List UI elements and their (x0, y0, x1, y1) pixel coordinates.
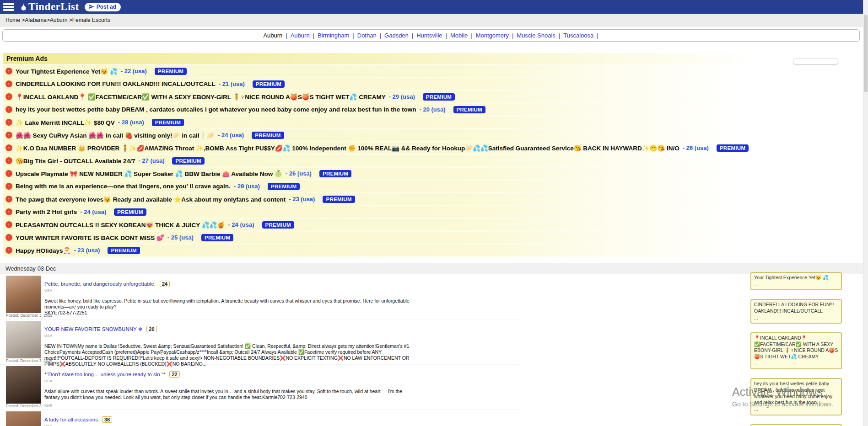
date-header: Wednesday-03-Dec (0, 263, 863, 274)
sidebar-ad-ellipsis: ... (754, 361, 838, 367)
listing-row[interactable]: A lady for all occasions 38 USA (0, 410, 519, 426)
premium-ad-row[interactable]: ↑ 📍INCALL OAKLAND📍 ✅FACETIME/CAR✅ WITH A… (3, 91, 860, 102)
city-link[interactable]: Auburn (263, 32, 282, 39)
listing-row[interactable]: *"Don't stare too long… unless you're re… (0, 365, 519, 410)
premium-ad-title[interactable]: hey its your best wettes petite baby DRE… (16, 106, 416, 113)
premium-ad-title[interactable]: The pawg that everyone loves😼 Ready and … (16, 196, 286, 203)
premium-ad-age: - 23 (usa) (289, 196, 315, 202)
premium-ad-row[interactable]: ↑ Your Tightest Experience Yet😼 💦 - 22 (… (3, 65, 860, 77)
city-link[interactable]: Muscle Shoals (517, 32, 555, 39)
premium-ad-row[interactable]: ↑ ✨ Lake Merritt INCALL✨ $80 QV - 28 (us… (3, 117, 860, 128)
premium-ad-row[interactable]: ↑ hey its your best wettes petite baby D… (3, 104, 860, 115)
breadcrumb[interactable]: Home >Alabama>Auburn >Female Escorts (5, 17, 110, 23)
city-separator: | (597, 32, 598, 39)
listing-title-link[interactable]: *"Don't stare too long… unless you're re… (44, 372, 165, 377)
page-scrollbar[interactable] (863, 0, 868, 426)
listing-row[interactable]: YOUR NEW FAVORITE SNOWBUNNY ❄ 20 USA NEW… (0, 320, 519, 365)
sidebar-ad-title[interactable]: hey its your best wettes petite baby DRE… (754, 381, 838, 406)
premium-ad-title[interactable]: 🌺🌺 Sexy CuRvy Asian 🌺🌺 in call 🍓 visitin… (16, 132, 215, 139)
premium-ad-age: - 23 (usa) (74, 247, 100, 254)
premium-badge: PREMIUM (155, 68, 187, 75)
premium-ad-row[interactable]: ↑ Party with 2 Hot girls - 24 (usa) PREM… (3, 206, 860, 218)
breadcrumb-bar: Home >Alabama>Auburn >Female Escorts (0, 14, 868, 27)
city-separator: | (412, 32, 413, 39)
city-link[interactable]: Huntsville (416, 32, 442, 39)
city-link[interactable]: Auburn (291, 32, 310, 39)
premium-badge: PREMIUM (252, 132, 284, 139)
premium-ad-row[interactable]: ↑ 😘Big Tits Girl - OUTCALL Available 24/… (3, 155, 860, 166)
listing-country: USA (44, 334, 428, 338)
listing-country: USA (44, 379, 428, 383)
premium-ad-row[interactable]: ↑ CINDERELLA LOOKING FOR FUN!!! OAKLAND!… (3, 78, 860, 90)
premium-ad-title[interactable]: YOUR WINTER FAVORITE IS BACK DONT MISS 💕 (16, 234, 164, 241)
premium-ad-title[interactable]: Upscale Playmate 🎀 NEW NUMBER 💦 Super So… (16, 170, 282, 177)
city-link[interactable]: Montgomery (476, 32, 509, 39)
post-ad-label: Post ad (97, 4, 116, 10)
hamburger-menu-icon[interactable] (3, 3, 14, 11)
premium-ad-title[interactable]: ✨K.O Daa NUMBER 👑 PROVIDER 🧍✨💋AMAZING Th… (16, 144, 679, 152)
scrollbar-thumb[interactable] (864, 15, 868, 92)
up-arrow-icon: ↑ (5, 221, 12, 228)
premium-badge: PREMIUM (268, 183, 300, 190)
city-link[interactable]: Dothan (357, 32, 377, 39)
premium-ad-row[interactable]: ↑ Happy HOlidays🎅 - 23 (usa) PREMIUM (3, 245, 860, 256)
premium-ad-row[interactable]: ↑ PLEASANTON OUTCALLS !! SEXY KOREAN😻 TH… (3, 219, 860, 230)
premium-ads-section: Premium Ads ↑ Your Tightest Experience Y… (3, 53, 860, 257)
premium-ad-age: - 24 (usa) (218, 132, 244, 138)
premium-ad-title[interactable]: PLEASANTON OUTCALLS !! SEXY KOREAN😻 THIC… (16, 221, 225, 229)
site-logo[interactable]: TinderList (20, 1, 79, 13)
premium-ad-row[interactable]: ↑ 🌺🌺 Sexy CuRvy Asian 🌺🌺 in call 🍓 visit… (3, 129, 860, 141)
premium-ad-title[interactable]: Being with me is an experience—one that … (16, 183, 231, 190)
sidebar-ad-box[interactable]: 📍INCALL OAKLAND📍 ✅FACETIME/CAR✅ WITH A S… (750, 332, 842, 369)
premium-ad-row[interactable]: ↑ The pawg that everyone loves😼 Ready an… (3, 193, 860, 205)
premium-badge: PREMIUM (172, 157, 204, 165)
sidebar-ad-title[interactable]: Your Tightest Experience Yet😼 💦 (754, 275, 838, 281)
listing-description: NEW IN TOWNMy name is Dallas !Seductive,… (44, 343, 417, 367)
listing-body: Petite, brunette, and dangerously unforg… (44, 281, 428, 316)
premium-ad-row[interactable]: ↑ ✨K.O Daa NUMBER 👑 PROVIDER 🧍✨💋AMAZING … (3, 142, 860, 154)
listing-photo[interactable] (6, 321, 41, 358)
sidebar-ad-box[interactable]: Your Tightest Experience Yet😼 💦 ... (750, 272, 842, 290)
city-separator: | (352, 32, 354, 39)
city-link[interactable]: Mobile (450, 32, 468, 39)
sidebar-ad-box[interactable]: hey its your best wettes petite baby DRE… (750, 378, 842, 415)
listing-title-link[interactable]: YOUR NEW FAVORITE SNOWBUNNY ❄ (44, 326, 142, 332)
city-link[interactable]: Gadsden (384, 32, 409, 39)
listing-photo[interactable] (6, 366, 41, 404)
listing-posted-date: Posted: December 3, 2025 (6, 404, 52, 408)
floating-scrollbar[interactable] (793, 59, 838, 64)
premium-ad-title[interactable]: Party with 2 Hot girls (16, 208, 77, 215)
premium-ad-row[interactable]: ↑ YOUR WINTER FAVORITE IS BACK DONT MISS… (3, 232, 860, 243)
post-ad-button[interactable]: Post ad (85, 3, 121, 11)
premium-ad-title[interactable]: Happy HOlidays🎅 (16, 247, 70, 254)
premium-ad-row[interactable]: ↑ Being with me is an experience—one tha… (3, 181, 860, 192)
city-link[interactable]: Tuscaloosa (563, 32, 593, 39)
listing-description: Asian allure with curves that speak loud… (44, 389, 417, 400)
premium-ad-title[interactable]: CINDERELLA LOOKING FOR FUN!!! OAKLAND!!!… (16, 80, 216, 87)
up-arrow-icon: ↑ (5, 106, 12, 113)
premium-ad-title[interactable]: 📍INCALL OAKLAND📍 ✅FACETIME/CAR✅ WITH A S… (16, 93, 386, 101)
city-separator: | (380, 32, 381, 39)
premium-ad-title[interactable]: 😘Big Tits Girl - OUTCALL Available 24/7 (16, 157, 135, 165)
premium-ad-title[interactable]: Your Tightest Experience Yet😼 💦 (16, 68, 118, 75)
listing-row[interactable]: Petite, brunette, and dangerously unforg… (0, 274, 519, 320)
premium-ad-row[interactable]: ↑ Upscale Playmate 🎀 NEW NUMBER 💦 Super … (3, 168, 860, 179)
sidebar-ad-title[interactable]: 📍INCALL OAKLAND📍 ✅FACETIME/CAR✅ WITH A S… (754, 335, 838, 360)
listing-photo[interactable] (6, 276, 41, 313)
sidebar-ad-box[interactable]: ✨ Lake Merritt INCALL✨ $80 QV ... (750, 424, 842, 426)
premium-ad-age: - 21 (usa) (219, 80, 245, 87)
sidebar-ad-title[interactable]: CINDERELLA LOOKING FOR FUN!!! OAKLAND!!!… (754, 302, 838, 314)
listing-photo[interactable] (6, 411, 41, 426)
up-arrow-icon: ↑ (5, 93, 12, 100)
flame-icon (20, 2, 27, 11)
premium-ad-age: - 22 (usa) (121, 68, 147, 75)
listing-title-link[interactable]: A lady for all occasions (44, 417, 98, 422)
paper-plane-icon (88, 4, 94, 10)
listing-phone: SKYE702-577-2251 (44, 310, 428, 316)
premium-ad-title[interactable]: ✨ Lake Merritt INCALL✨ $80 QV (16, 119, 115, 126)
up-arrow-icon: ↑ (5, 119, 12, 126)
listing-title-link[interactable]: Petite, brunette, and dangerously unforg… (44, 281, 156, 287)
listing-description: Sweet like honey, bold like espresso. Pe… (44, 298, 417, 310)
city-link[interactable]: Birmingham (318, 32, 349, 39)
sidebar-ad-box[interactable]: CINDERELLA LOOKING FOR FUN!!! OAKLAND!!!… (750, 299, 842, 324)
